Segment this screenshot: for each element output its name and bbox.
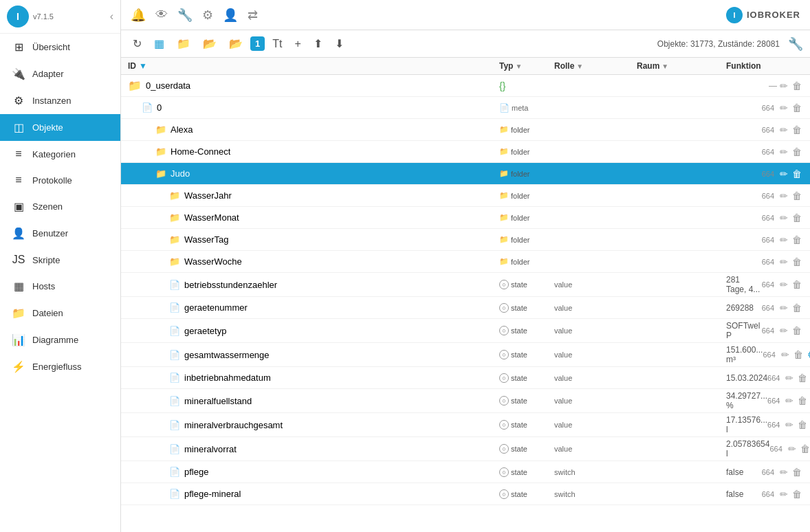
exchange-icon[interactable]: ⇄ xyxy=(248,8,258,23)
edit-icon[interactable]: ✏ xyxy=(778,234,789,245)
sidebar-item-ubersicht[interactable]: ⊞ Übersicht xyxy=(0,34,120,60)
edit-icon[interactable]: ✏ xyxy=(778,279,789,290)
table-row[interactable]: 📄 gesamtwassermenge ○state value 151.600… xyxy=(121,343,810,367)
table-row[interactable]: 📁 Home-Connect 📁 folder 664 ✏ 🗑 xyxy=(121,141,810,163)
table-row[interactable]: 📄 geraetenummer ○state value 269288 664 … xyxy=(121,297,810,319)
delete-icon[interactable]: 🗑 xyxy=(791,80,803,91)
edit-icon[interactable]: ✏ xyxy=(778,212,789,223)
rolle-sort-icon[interactable]: ▼ xyxy=(576,63,583,70)
folder-expand-button[interactable]: 📂 xyxy=(224,34,248,53)
header-raum[interactable]: Raum ▼ xyxy=(637,61,726,71)
sidebar-item-protokolle[interactable]: ≡ Protokolle xyxy=(0,167,120,193)
refresh-button[interactable]: ↻ xyxy=(128,34,146,53)
download-button[interactable]: ⬇ xyxy=(330,34,349,53)
badge-button[interactable]: 1 xyxy=(250,36,265,51)
edit-icon[interactable]: ✏ xyxy=(778,146,789,157)
edit-icon[interactable]: ✏ xyxy=(787,443,798,454)
header-rolle[interactable]: Rolle ▼ xyxy=(554,61,637,71)
wrench-icon[interactable]: 🔧 xyxy=(177,8,193,23)
typ-sort-icon[interactable]: ▼ xyxy=(515,63,522,70)
table-row[interactable]: 📄 pflege-mineral ○state switch false 664… xyxy=(121,483,810,505)
upload-button[interactable]: ⬆ xyxy=(309,34,327,53)
sidebar-item-benutzer[interactable]: 👤 Benutzer xyxy=(0,220,120,247)
table-row[interactable]: 📁 WasserMonat 📁 folder 664 ✏ 🗑 xyxy=(121,207,810,229)
sidebar-item-dateien[interactable]: 📁 Dateien xyxy=(0,300,120,326)
text-button[interactable]: Tt xyxy=(267,35,287,53)
table-row[interactable]: 📁 Alexa 📁 folder 664 ✏ 🗑 xyxy=(121,119,810,141)
settings-icon[interactable]: ⚙ xyxy=(202,8,213,23)
sidebar-item-diagramme[interactable]: 📊 Diagramme xyxy=(0,326,120,353)
delete-icon[interactable]: 🗑 xyxy=(791,234,803,245)
table-row[interactable]: 📁 WasserTag 📁 folder 664 ✏ 🗑 xyxy=(121,229,810,251)
table-row[interactable]: 📄 pflege ○state switch false 664 ✏ 🗑 xyxy=(121,461,810,483)
edit-icon[interactable]: ✏ xyxy=(778,190,789,201)
sidebar-item-objekte[interactable]: ◫ Objekte xyxy=(0,114,120,141)
folder-open-button[interactable]: 📂 xyxy=(198,34,221,53)
delete-icon[interactable]: 🗑 xyxy=(791,302,803,313)
edit-icon[interactable]: ✏ xyxy=(778,80,789,91)
delete-icon[interactable]: 🗑 xyxy=(791,325,803,336)
sidebar-item-hosts[interactable]: ▦ Hosts xyxy=(0,273,120,300)
edit-icon[interactable]: ✏ xyxy=(780,349,791,360)
edit-icon[interactable]: ✏ xyxy=(784,373,795,384)
delete-icon[interactable]: 🗑 xyxy=(791,190,803,201)
delete-icon[interactable]: 🗑 xyxy=(791,467,803,478)
sidebar-item-szenen[interactable]: ▣ Szenen xyxy=(0,193,120,220)
delete-icon[interactable]: 🗑 xyxy=(792,349,804,360)
table-row[interactable]: 📁 WasserJahr 📁 folder 664 ✏ 🗑 xyxy=(121,185,810,207)
edit-icon[interactable]: ✏ xyxy=(784,395,795,406)
delete-icon[interactable]: 🗑 xyxy=(796,419,809,430)
view-chart-button[interactable]: ▦ xyxy=(149,34,169,53)
ubersicht-icon: ⊞ xyxy=(12,41,25,54)
delete-icon[interactable]: 🗑 xyxy=(791,168,803,179)
toolbar-settings-icon[interactable]: 🔧 xyxy=(788,36,803,52)
instanzen-icon: ⚙ xyxy=(12,94,25,107)
sidebar-item-kategorien[interactable]: ≡ Kategorien xyxy=(0,141,120,167)
delete-icon[interactable]: 🗑 xyxy=(796,373,809,384)
sidebar-item-energiefluss[interactable]: ⚡ Energiefluss xyxy=(0,353,120,380)
edit-icon[interactable]: ✏ xyxy=(778,168,789,179)
add-button[interactable]: + xyxy=(289,35,305,53)
delete-icon[interactable]: 🗑 xyxy=(791,124,803,135)
edit-icon[interactable]: ✏ xyxy=(778,256,789,267)
header-id[interactable]: ID ▼ xyxy=(128,61,499,71)
collapse-button[interactable]: ‹ xyxy=(110,10,113,23)
edit-icon[interactable]: ✏ xyxy=(778,489,789,500)
table-row[interactable]: 📁 WasserWoche 📁 folder 664 ✏ 🗑 xyxy=(121,251,810,273)
table-row[interactable]: 📄 betriebsstundenzaehler ○state value 28… xyxy=(121,273,810,297)
edit-icon[interactable]: ✏ xyxy=(778,467,789,478)
header-typ[interactable]: Typ ▼ xyxy=(499,61,554,71)
person-icon[interactable]: 👤 xyxy=(223,8,238,23)
filter-icon[interactable]: ▼ xyxy=(139,61,147,71)
sidebar-item-adapter[interactable]: 🔌 Adapter xyxy=(0,60,120,87)
edit-icon[interactable]: ✏ xyxy=(778,302,789,313)
raum-sort-icon[interactable]: ▼ xyxy=(661,63,668,70)
table-row[interactable]: 📄 mineralvorrat ○state value 2.05783654 … xyxy=(121,437,810,461)
delete-icon[interactable]: 🗑 xyxy=(791,146,803,157)
delete-icon[interactable]: 🗑 xyxy=(791,256,803,267)
bell-icon[interactable]: 🔔 xyxy=(131,8,146,23)
table-row[interactable]: 📄 geraetetyp ○state value SOFTwel P 664 … xyxy=(121,319,810,343)
table-row[interactable]: 📄 inbetriebnahmedatum ○state value 15.03… xyxy=(121,367,810,389)
sidebar-item-skripte[interactable]: JS Skripte xyxy=(0,247,120,273)
table-row[interactable]: 📄 0 📄 meta 664 ✏ 🗑 xyxy=(121,97,810,119)
settings-action-icon[interactable]: ⚙ xyxy=(806,349,810,360)
delete-icon[interactable]: 🗑 xyxy=(791,212,803,223)
edit-icon[interactable]: ✏ xyxy=(778,124,789,135)
table-row[interactable]: 📁 0_userdata {} — ✏ 🗑 xyxy=(121,75,810,97)
edit-icon[interactable]: ✏ xyxy=(784,419,795,430)
sidebar-item-instanzen[interactable]: ⚙ Instanzen xyxy=(0,87,120,114)
edit-icon[interactable]: ✏ xyxy=(778,102,789,113)
delete-icon[interactable]: 🗑 xyxy=(791,489,803,500)
delete-icon[interactable]: 🗑 xyxy=(796,395,809,406)
table-row[interactable]: 📄 mineralverbrauchgesamt ○state value 17… xyxy=(121,413,810,437)
eye-icon[interactable]: 👁 xyxy=(155,8,168,22)
delete-icon[interactable]: 🗑 xyxy=(791,102,803,113)
table-row[interactable]: 📁 Judo 📁 folder 664 ✏ 🗑 xyxy=(121,163,810,185)
folder-button[interactable]: 📁 xyxy=(172,34,195,53)
table-row[interactable]: 📄 mineralfuellstand ○state value 34.2972… xyxy=(121,389,810,413)
delete-icon[interactable]: 🗑 xyxy=(799,443,810,454)
delete-icon[interactable]: 🗑 xyxy=(791,279,803,290)
file-icon: 📄 xyxy=(169,467,180,477)
edit-icon[interactable]: ✏ xyxy=(778,325,789,336)
